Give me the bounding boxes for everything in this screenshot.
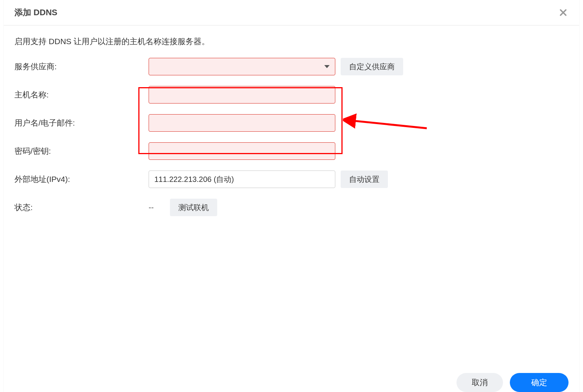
user-email-input[interactable] [149, 114, 335, 132]
hostname-input[interactable] [149, 86, 335, 104]
dialog-body: 启用支持 DDNS 让用户以注册的主机名称连接服务器。 服务供应商: 自定义供应… [4, 25, 579, 367]
ok-button[interactable]: 确定 [510, 373, 569, 392]
label-hostname: 主机名称: [14, 87, 149, 102]
row-password: 密码/密钥: [14, 140, 569, 163]
password-input[interactable] [149, 142, 335, 160]
dialog-header: 添加 DDNS [4, 0, 579, 25]
dialog-footer: 取消 确定 [4, 367, 579, 392]
row-external-ipv4: 外部地址(IPv4): 自动设置 [14, 168, 569, 191]
label-password: 密码/密钥: [14, 143, 149, 159]
row-hostname: 主机名称: [14, 83, 569, 106]
chevron-down-icon [324, 65, 330, 68]
status-value: -- [149, 203, 170, 212]
dialog-description: 启用支持 DDNS 让用户以注册的主机名称连接服务器。 [14, 36, 569, 47]
external-ipv4-input[interactable] [149, 171, 335, 188]
label-provider: 服务供应商: [14, 59, 149, 74]
row-status: 状态: -- 测试联机 [14, 196, 569, 219]
row-provider: 服务供应商: 自定义供应商 [14, 55, 569, 78]
label-status: 状态: [14, 200, 149, 215]
test-connection-button[interactable]: 测试联机 [170, 199, 217, 216]
row-user-email: 用户名/电子邮件: [14, 112, 569, 134]
dialog-title: 添加 DDNS [14, 7, 57, 18]
custom-provider-button[interactable]: 自定义供应商 [341, 58, 403, 75]
close-icon[interactable] [558, 7, 569, 18]
provider-select[interactable] [149, 58, 335, 75]
add-ddns-dialog: 添加 DDNS 启用支持 DDNS 让用户以注册的主机名称连接服务器。 服务供应… [4, 0, 579, 392]
label-external-ipv4: 外部地址(IPv4): [14, 172, 149, 187]
auto-set-button[interactable]: 自动设置 [341, 171, 388, 188]
label-user-email: 用户名/电子邮件: [14, 115, 149, 131]
cancel-button[interactable]: 取消 [456, 373, 503, 392]
